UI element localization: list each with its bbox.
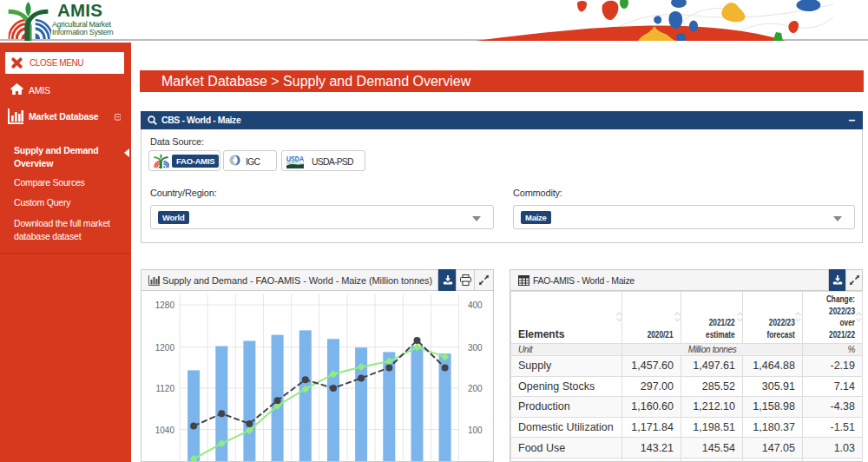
svg-text:1200: 1200 <box>155 343 175 353</box>
svg-text:1040: 1040 <box>155 426 175 435</box>
svg-text:300: 300 <box>468 343 483 353</box>
svg-text:400: 400 <box>468 300 483 310</box>
svg-text:100: 100 <box>468 426 483 435</box>
svg-text:1120: 1120 <box>155 384 174 393</box>
svg-text:1280: 1280 <box>155 300 175 310</box>
svg-text:200: 200 <box>468 384 483 393</box>
